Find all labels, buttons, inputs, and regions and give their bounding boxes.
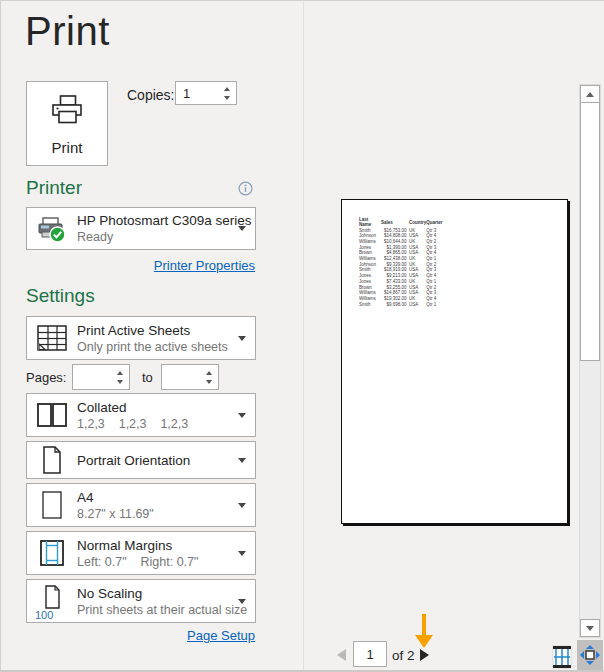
active-sheets-icon (27, 325, 77, 351)
pages-from-increment-icon[interactable] (117, 371, 123, 375)
pages-label: Pages: (26, 370, 66, 385)
next-page-button[interactable] (420, 649, 429, 661)
chevron-down-icon (238, 413, 246, 418)
collation-dropdown[interactable]: Collated 1,2,3 1,2,3 1,2,3 (26, 393, 256, 437)
paper-size-title: A4 (77, 490, 154, 505)
scaling-dropdown[interactable]: 100 No Scaling Print sheets at their act… (26, 579, 256, 623)
pages-to-input[interactable] (162, 370, 204, 385)
chevron-down-icon (238, 551, 246, 556)
settings-section-heading: Settings (26, 285, 95, 307)
portrait-page-icon (27, 446, 77, 474)
pages-to-increment-icon[interactable] (206, 371, 212, 375)
orientation-title: Portrait Orientation (77, 453, 190, 468)
collation-subtitle: 1,2,3 1,2,3 1,2,3 (77, 417, 188, 431)
print-what-subtitle: Only print the active sheets (77, 340, 228, 354)
paper-size-subtitle: 8.27" x 11.69" (77, 507, 154, 521)
margins-title: Normal Margins (77, 538, 198, 553)
selected-printer-name: HP Photosmart C309a series (77, 213, 252, 228)
pages-from-decrement-icon[interactable] (117, 380, 123, 384)
current-page-box[interactable] (353, 641, 387, 667)
scaling-title: No Scaling (77, 586, 247, 601)
annotation-arrow-icon (415, 614, 433, 648)
chevron-down-icon (238, 503, 246, 508)
total-pages-label: of 2 (392, 648, 415, 663)
print-button-label: Print (52, 139, 83, 156)
scroll-down-button[interactable] (580, 619, 600, 637)
show-margins-button[interactable] (550, 644, 574, 670)
printer-icon (49, 94, 85, 130)
collation-title: Collated (77, 400, 188, 415)
pages-from-input[interactable] (73, 370, 115, 385)
panel-divider (303, 1, 304, 672)
print-what-dropdown[interactable]: Print Active Sheets Only print the activ… (26, 316, 256, 360)
print-preview-page: Last NameSalesCountryQuarterSmith$16,753… (341, 199, 568, 524)
chevron-down-icon (238, 599, 246, 604)
scaling-icon: 100 (27, 580, 77, 622)
previous-page-button[interactable] (337, 649, 346, 661)
copies-input[interactable] (176, 86, 222, 101)
print-what-title: Print Active Sheets (77, 323, 228, 338)
margins-subtitle: Left: 0.7" Right: 0.7" (77, 555, 198, 569)
scrollbar-thumb[interactable] (580, 102, 600, 361)
pages-to-label: to (142, 370, 153, 385)
margins-icon (27, 539, 77, 567)
scaling-subtitle: Print sheets at their actual size (77, 603, 247, 617)
copies-increment-icon[interactable] (224, 87, 230, 91)
pages-to-decrement-icon[interactable] (206, 380, 212, 384)
printer-status-icon (27, 215, 77, 243)
margins-dropdown[interactable]: Normal Margins Left: 0.7" Right: 0.7" (26, 531, 256, 575)
print-button[interactable]: Print (26, 81, 108, 166)
print-backstage-view: Print Print Copies: Printer (0, 0, 604, 672)
pages-to-stepper[interactable] (161, 364, 219, 390)
printer-properties-link[interactable]: Printer Properties (154, 258, 255, 273)
page-title: Print (25, 9, 110, 54)
info-icon[interactable] (238, 181, 253, 200)
paper-size-dropdown[interactable]: A4 8.27" x 11.69" (26, 483, 256, 527)
zoom-to-page-button[interactable] (577, 640, 603, 670)
scroll-down-icon (586, 626, 594, 631)
preview-table: Last NameSalesCountryQuarterSmith$16,753… (359, 217, 443, 307)
current-page-input[interactable] (354, 642, 386, 666)
scroll-up-button[interactable] (580, 85, 600, 103)
printer-section-heading: Printer (26, 177, 82, 199)
collated-icon (27, 403, 77, 427)
chevron-down-icon (238, 458, 246, 463)
show-margins-icon (552, 645, 572, 669)
page-setup-link[interactable]: Page Setup (187, 628, 255, 643)
copies-stepper[interactable] (175, 81, 237, 105)
chevron-down-icon (238, 226, 246, 231)
chevron-down-icon (238, 336, 246, 341)
orientation-dropdown[interactable]: Portrait Orientation (26, 441, 256, 479)
scroll-up-icon (586, 92, 594, 97)
printer-selector-dropdown[interactable]: HP Photosmart C309a series Ready (26, 207, 256, 250)
pages-from-stepper[interactable] (72, 364, 130, 390)
paper-size-icon (27, 491, 77, 519)
copies-label: Copies: (127, 87, 174, 103)
printer-status: Ready (77, 230, 252, 244)
zoom-to-page-icon (580, 645, 600, 665)
preview-sheet-content: Last NameSalesCountryQuarterSmith$16,753… (359, 217, 584, 307)
preview-scrollbar[interactable] (579, 84, 601, 638)
scaling-icon-value: 100 (35, 609, 53, 621)
copies-decrement-icon[interactable] (224, 96, 230, 100)
